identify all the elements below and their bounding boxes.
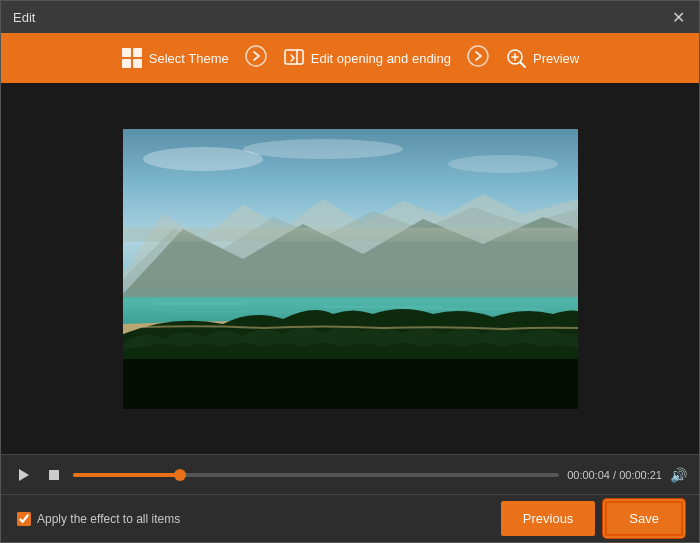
time-total: 00:00:21	[619, 469, 662, 481]
checkbox-row: Apply the effect to all items	[17, 512, 180, 526]
svg-marker-13	[123, 207, 578, 294]
svg-marker-12	[123, 194, 578, 289]
svg-point-22	[448, 155, 558, 173]
title-bar: Edit ✕	[1, 1, 699, 33]
close-button[interactable]: ✕	[669, 8, 687, 26]
video-frame	[123, 129, 578, 409]
apply-effect-label: Apply the effect to all items	[37, 512, 180, 526]
controls-bar: 00:00:04 / 00:00:21 🔊	[1, 454, 699, 494]
svg-marker-14	[123, 217, 578, 299]
nav-item-preview[interactable]: Preview	[497, 43, 587, 73]
nav-item-edit-opening[interactable]: Edit opening and ending	[275, 43, 459, 73]
play-icon	[19, 469, 29, 481]
apply-effect-checkbox[interactable]	[17, 512, 31, 526]
window-title: Edit	[13, 10, 35, 25]
previous-button[interactable]: Previous	[501, 501, 596, 536]
progress-track[interactable]	[73, 473, 559, 477]
time-separator: /	[610, 469, 619, 481]
edit-opening-label: Edit opening and ending	[311, 51, 451, 66]
svg-point-6	[468, 46, 488, 66]
play-button[interactable]	[13, 464, 35, 486]
svg-rect-2	[122, 59, 131, 68]
stop-button[interactable]	[43, 464, 65, 486]
select-theme-label: Select Theme	[149, 51, 229, 66]
preview-label: Preview	[533, 51, 579, 66]
svg-line-8	[520, 63, 525, 68]
svg-point-4	[246, 46, 266, 66]
nav-bar: Select Theme Edit opening and ending	[1, 33, 699, 83]
svg-rect-0	[122, 48, 131, 57]
save-button[interactable]: Save	[605, 501, 683, 536]
time-current: 00:00:04	[567, 469, 610, 481]
progress-thumb	[174, 469, 186, 481]
video-area	[1, 83, 699, 454]
landscape-svg	[123, 129, 578, 409]
time-display: 00:00:04 / 00:00:21	[567, 469, 662, 481]
nav-arrow-2	[467, 45, 489, 72]
preview-icon	[505, 47, 527, 69]
nav-arrow-1	[245, 45, 267, 72]
svg-rect-3	[133, 59, 142, 68]
nav-item-select-theme[interactable]: Select Theme	[113, 43, 237, 73]
stop-icon	[49, 470, 59, 480]
video-scene	[123, 129, 578, 409]
edit-window: Edit ✕ Select Theme	[0, 0, 700, 543]
volume-button[interactable]: 🔊	[670, 467, 687, 483]
svg-point-21	[243, 139, 403, 159]
edit-opening-icon	[283, 47, 305, 69]
select-theme-icon	[121, 47, 143, 69]
action-buttons: Previous Save	[501, 501, 683, 536]
progress-fill	[73, 473, 180, 477]
bottom-bar: Apply the effect to all items Previous S…	[1, 494, 699, 542]
svg-rect-1	[133, 48, 142, 57]
